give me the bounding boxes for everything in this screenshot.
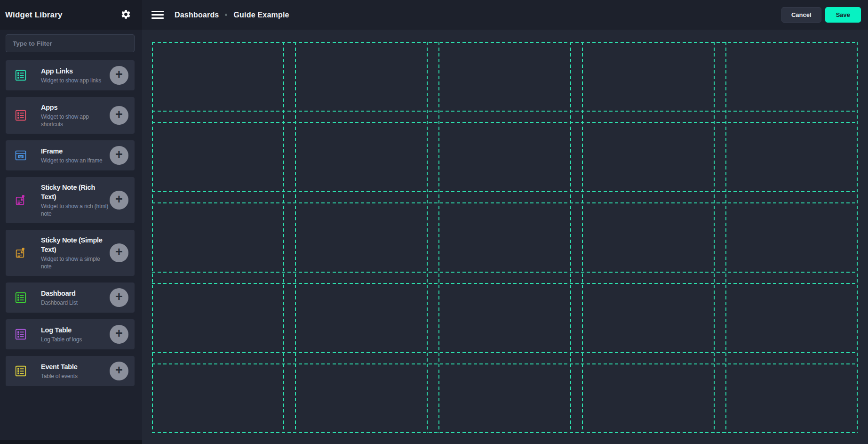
sidebar-horizontal-scrollbar[interactable] — [0, 440, 142, 444]
breadcrumb: Dashboards Guide Example — [175, 11, 289, 19]
grid-guide-line-vertical — [725, 42, 726, 433]
grid-guide-line-vertical — [295, 42, 296, 433]
add-widget-button[interactable]: + — [110, 191, 128, 210]
plus-icon: + — [115, 193, 123, 206]
plus-icon: + — [115, 291, 123, 303]
dashboard-grid[interactable] — [152, 42, 858, 433]
widget-filter-input[interactable] — [6, 34, 135, 52]
widget-card[interactable]: Sticky Note (Simple Text) Widget to show… — [6, 230, 135, 276]
grid-guide-line-vertical — [283, 42, 284, 433]
widget-description: Widget to show a rich (html) note — [41, 202, 110, 218]
grid-guide-line-vertical — [438, 42, 439, 433]
widget-description: Widget to show a simple note — [41, 255, 110, 270]
hamburger-icon — [151, 11, 164, 12]
dashboard-editor: Widget Library App Links Widget to show … — [0, 0, 868, 444]
gear-icon — [120, 9, 131, 21]
grid-guide-line-horizontal — [152, 363, 858, 364]
plus-icon: + — [115, 148, 123, 161]
add-widget-button[interactable]: + — [110, 243, 128, 262]
grid-guide-line-horizontal — [152, 272, 858, 273]
widget-title: App Links — [41, 66, 110, 76]
widget-title: Log Table — [41, 325, 110, 335]
widget-card[interactable]: Dashboard Dashboard List + — [6, 283, 135, 313]
sidebar-header: Widget Library — [0, 0, 142, 30]
grid-guide-line-horizontal — [152, 111, 858, 112]
grid-guide-line-horizontal — [152, 283, 858, 284]
plus-icon: + — [115, 68, 123, 81]
widget-description: Log Table of logs — [41, 336, 110, 343]
grid-guide-line-vertical — [714, 42, 715, 433]
sidebar-title: Widget Library — [5, 10, 120, 20]
grid-guide-line-horizontal — [152, 122, 858, 123]
plus-icon: + — [115, 364, 123, 377]
grid-guide-line-horizontal — [152, 432, 858, 433]
save-button[interactable]: Save — [825, 7, 861, 23]
widget-card[interactable]: App Links Widget to show app links + — [6, 60, 135, 90]
widget-description: Dashboard List — [41, 299, 110, 307]
widget-list: App Links Widget to show app links + App… — [6, 60, 135, 386]
grid-guide-line-horizontal — [152, 352, 858, 353]
grid-guide-line-horizontal — [152, 202, 858, 203]
widget-title: Sticky Note (Rich Text) — [41, 183, 110, 202]
menu-toggle-button[interactable] — [151, 9, 164, 21]
iframe-icon: </> — [14, 149, 27, 162]
grid-guide-line-vertical — [857, 42, 858, 433]
topbar: Dashboards Guide Example Cancel Save — [142, 0, 868, 30]
add-widget-button[interactable]: + — [110, 66, 128, 85]
breadcrumb-dashboards[interactable]: Dashboards — [175, 11, 219, 19]
list-widget-icon — [14, 109, 27, 122]
widget-description: Widget to show an iframe — [41, 157, 110, 164]
add-widget-button[interactable]: + — [110, 106, 128, 125]
plus-icon: + — [115, 108, 123, 121]
list-widget-icon — [14, 69, 27, 82]
svg-text:</>: </> — [19, 155, 23, 158]
widget-description: Widget to show app links — [41, 77, 110, 84]
main-area: Dashboards Guide Example Cancel Save — [142, 0, 868, 444]
breadcrumb-separator-dot — [225, 14, 227, 16]
widget-title: IFrame — [41, 146, 110, 156]
add-widget-button[interactable]: + — [110, 288, 128, 307]
widget-card[interactable]: </> IFrame Widget to show an iframe + — [6, 140, 135, 170]
sidebar-body: App Links Widget to show app links + App… — [0, 30, 142, 444]
add-widget-button[interactable]: + — [110, 362, 128, 380]
settings-button[interactable] — [120, 9, 131, 21]
plus-icon: + — [115, 246, 123, 258]
grid-guide-line-vertical — [152, 42, 153, 433]
grid-guide-line-horizontal — [152, 191, 858, 192]
list-widget-icon — [14, 291, 27, 304]
list-widget-icon — [14, 328, 27, 341]
widget-title: Apps — [41, 103, 110, 112]
widget-card[interactable]: Log Table Log Table of logs + — [6, 319, 135, 349]
widget-card[interactable]: Apps Widget to show app shortcuts + — [6, 97, 135, 134]
sticky-note-icon — [14, 246, 27, 259]
breadcrumb-current-page: Guide Example — [233, 11, 289, 19]
dashboard-canvas — [142, 30, 868, 444]
widget-title: Dashboard — [41, 289, 110, 298]
list-widget-icon — [14, 364, 27, 378]
grid-guide-line-vertical — [427, 42, 428, 433]
cancel-button[interactable]: Cancel — [781, 7, 821, 23]
grid-guide-line-vertical — [582, 42, 583, 433]
grid-guide-line-vertical — [570, 42, 571, 433]
grid-guide-line-horizontal — [152, 42, 858, 43]
add-widget-button[interactable]: + — [110, 146, 128, 165]
widget-library-sidebar: Widget Library App Links Widget to show … — [0, 0, 142, 444]
widget-description: Table of events — [41, 372, 110, 380]
widget-description: Widget to show app shortcuts — [41, 113, 110, 128]
widget-title: Sticky Note (Simple Text) — [41, 235, 110, 254]
add-widget-button[interactable]: + — [110, 325, 128, 344]
sticky-note-icon — [14, 194, 27, 207]
widget-card[interactable]: Sticky Note (Rich Text) Widget to show a… — [6, 177, 135, 223]
widget-card[interactable]: Event Table Table of events + — [6, 356, 135, 386]
plus-icon: + — [115, 327, 123, 340]
widget-title: Event Table — [41, 362, 110, 371]
